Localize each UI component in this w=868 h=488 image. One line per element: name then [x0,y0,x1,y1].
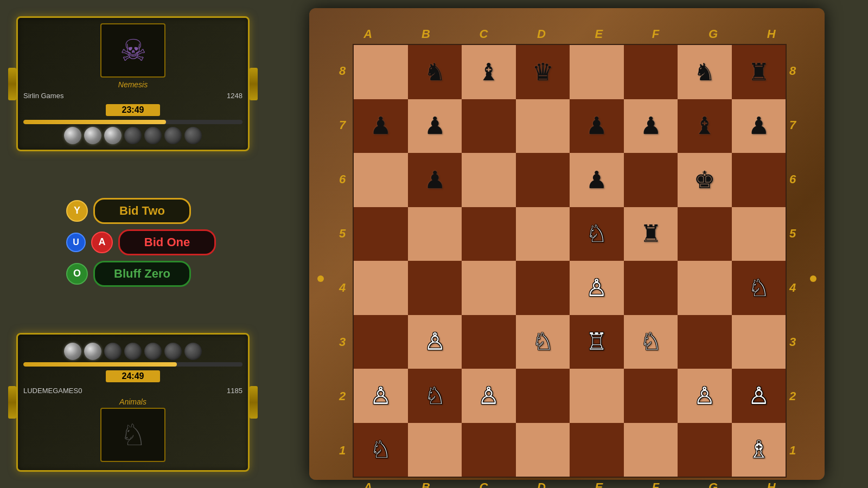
piece-bP: ♟ [640,114,661,138]
board-cell[interactable] [570,423,624,477]
bluff-zero-label[interactable]: Bluff Zero [93,261,191,287]
top-player-rating: 1248 [227,92,242,100]
board-cell[interactable]: ♟ [408,153,462,207]
gem [164,127,182,144]
board-cell[interactable] [678,261,732,315]
board-cell[interactable]: ♘ [354,423,408,477]
board-cell[interactable] [678,423,732,477]
bottom-player-gems [23,343,242,360]
board-cell[interactable] [354,261,408,315]
bluff-zero-button[interactable]: O Bluff Zero [66,261,191,287]
board-cell[interactable] [516,99,570,153]
board-cell[interactable]: ♝ [678,99,732,153]
gem [124,343,142,360]
board-cell[interactable]: ♙ [678,369,732,423]
board-cell[interactable]: ♙ [408,315,462,369]
board-cell[interactable] [732,207,786,261]
bid-one-button[interactable]: A Bid One [91,229,216,255]
board-cell[interactable] [570,45,624,99]
board-cell[interactable] [516,423,570,477]
top-player-card: ☠ Nemesis Sirlin Games 1248 23:49 [16,16,250,151]
bid-two-label[interactable]: Bid Two [93,198,191,224]
top-player-timer: 23:49 [106,104,160,116]
board-cell[interactable]: ♞ [408,45,462,99]
board-cell[interactable] [354,207,408,261]
board-cell[interactable] [678,315,732,369]
piece-bP: ♟ [424,114,445,138]
board-cell[interactable]: ♟ [570,153,624,207]
bottom-player-timer: 24:49 [106,370,160,382]
board-cell[interactable]: ♘ [570,207,624,261]
board-cell[interactable] [516,261,570,315]
bottom-player-rating: 1185 [227,387,242,395]
board-cell[interactable]: ♙ [354,369,408,423]
top-player-avatar: ☠ [100,23,165,78]
action-buttons: Y Bid Two U A Bid One O Bluff Zero [50,198,216,287]
board-cell[interactable] [516,207,570,261]
board-cell[interactable]: ♝ [462,45,516,99]
board-cell[interactable] [354,45,408,99]
board-cell[interactable] [516,153,570,207]
board-cell[interactable] [570,369,624,423]
dot-right [810,275,816,282]
board-cell[interactable] [624,153,678,207]
board-cell[interactable]: ♛ [516,45,570,99]
board-cell[interactable] [354,153,408,207]
piece-bR: ♜ [748,60,769,84]
o-icon: O [66,263,88,285]
board-cell[interactable]: ♙ [462,369,516,423]
board-cell[interactable]: ♟ [624,99,678,153]
board-cell[interactable]: ♘ [732,261,786,315]
board-cell[interactable] [462,261,516,315]
bid-two-button[interactable]: Y Bid Two [66,198,191,224]
board-cell[interactable] [408,423,462,477]
piece-wN: ♘ [640,330,661,354]
board-cell[interactable] [462,423,516,477]
board-cell[interactable] [462,99,516,153]
piece-wN: ♘ [424,384,445,408]
board-cell[interactable] [408,261,462,315]
piece-bP: ♟ [586,114,607,138]
board-cell[interactable] [408,207,462,261]
piece-bN: ♞ [424,60,445,84]
board-cell[interactable]: ♘ [624,315,678,369]
bid-one-label[interactable]: Bid One [118,229,216,255]
bottom-player-name: LUDEMEGAMES0 [23,387,82,395]
board-cell[interactable]: ♟ [570,99,624,153]
board-cell[interactable]: ♙ [732,369,786,423]
board-cell[interactable] [354,315,408,369]
bottom-timer-bar [23,362,242,367]
board-cell[interactable]: ♟ [408,99,462,153]
board-cell[interactable] [732,153,786,207]
gem [164,343,182,360]
board-cell[interactable]: ♙ [570,261,624,315]
board-cell[interactable] [624,45,678,99]
board-cell[interactable]: ♚ [678,153,732,207]
board-cell[interactable]: ♗ [732,423,786,477]
board-cell[interactable] [624,423,678,477]
piece-bB: ♝ [694,114,715,138]
piece-wN: ♘ [586,222,607,246]
piece-bQ: ♛ [532,60,553,84]
board-area: A B C D E F G H 8 7 6 5 4 3 2 1 [266,0,868,488]
board-cell[interactable] [462,153,516,207]
board-cell[interactable] [624,369,678,423]
piece-bB: ♝ [478,60,499,84]
board-cell[interactable]: ♟ [354,99,408,153]
board-cell[interactable]: ♜ [624,207,678,261]
board-cell[interactable]: ♞ [678,45,732,99]
board-cell[interactable]: ♘ [408,369,462,423]
board-cell[interactable] [678,207,732,261]
board-cell[interactable] [516,369,570,423]
board-cell[interactable] [462,315,516,369]
board-cell[interactable] [462,207,516,261]
board-cell[interactable] [624,261,678,315]
board-cell[interactable]: ♜ [732,45,786,99]
gem [84,343,101,360]
board-cell[interactable]: ♟ [732,99,786,153]
piece-bP: ♟ [586,168,607,192]
board-cell[interactable]: ♘ [516,315,570,369]
board-cell[interactable] [732,315,786,369]
board-cell[interactable]: ♖ [570,315,624,369]
piece-wP: ♙ [586,276,607,300]
